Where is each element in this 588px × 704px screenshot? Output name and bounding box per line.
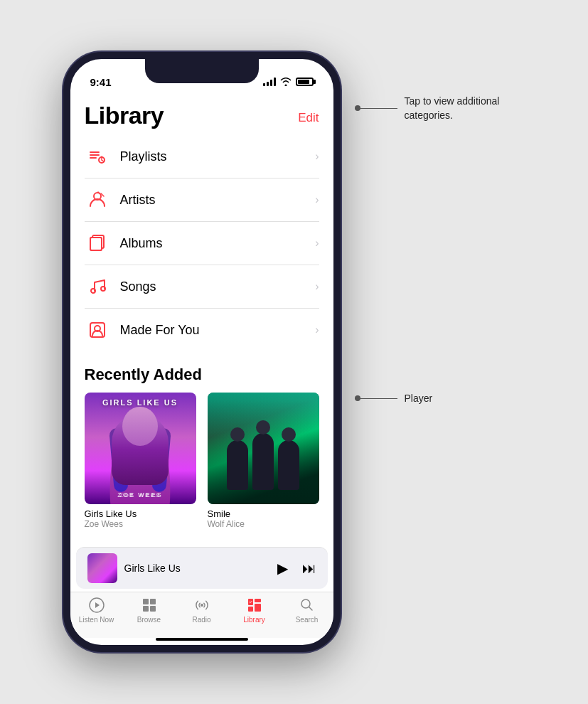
album-item-girls-like-us[interactable]: GIRLS LIKE US ZOE WEES Girls Like Us: [85, 393, 196, 529]
listen-now-icon: [88, 597, 105, 614]
songs-icon: [85, 274, 110, 299]
main-scroll[interactable]: Library Edit: [70, 95, 333, 547]
mute-button: [63, 173, 65, 198]
search-icon: [299, 597, 316, 614]
player-info: Girls Like Us: [124, 562, 270, 575]
svg-rect-16: [150, 606, 156, 612]
figures: [227, 433, 299, 504]
zoe-wees-credit: ZOE WEES: [85, 492, 196, 498]
status-time: 9:41: [90, 76, 112, 88]
edit-button[interactable]: Edit: [298, 111, 319, 129]
battery-icon: [296, 78, 314, 86]
songs-label: Songs: [120, 279, 316, 294]
wifi-icon: [280, 78, 292, 86]
album-artist-girls-like-us: Zoe Wees: [85, 519, 196, 529]
svg-rect-14: [150, 599, 156, 604]
edit-callout-text: Tap to view additional categories.: [397, 95, 525, 122]
playlists-icon: [85, 144, 110, 169]
album-art-smile: [208, 393, 319, 504]
tab-library-label: Library: [243, 616, 265, 624]
svg-rect-19: [255, 599, 261, 602]
svg-point-22: [249, 609, 251, 611]
album-grid: GIRLS LIKE US ZOE WEES Girls Like Us: [70, 393, 333, 543]
svg-rect-13: [143, 599, 149, 604]
albums-chevron: ›: [315, 237, 319, 250]
tab-radio[interactable]: Radio: [181, 597, 223, 624]
volume-up-button: [63, 208, 65, 251]
girls-like-us-album-text: GIRLS LIKE US: [85, 398, 196, 407]
tab-browse-label: Browse: [137, 616, 161, 624]
albums-icon: [85, 230, 110, 256]
artists-icon: [85, 187, 110, 213]
tab-radio-label: Radio: [192, 616, 210, 624]
made-for-you-chevron: ›: [315, 324, 319, 336]
recently-added-header: Recently Added: [70, 351, 333, 393]
library-list: Playlists › Artists ›: [70, 135, 333, 351]
tab-listen-now[interactable]: Listen Now: [75, 597, 118, 624]
annotations-panel: Tap to view additional categories. Playe…: [355, 52, 525, 404]
songs-chevron: ›: [315, 280, 319, 293]
tab-search-label: Search: [296, 616, 319, 624]
notch: [145, 59, 259, 83]
radio-icon: [193, 597, 210, 614]
svg-rect-1: [90, 154, 100, 156]
phone-content: Library Edit: [70, 95, 333, 645]
edit-annotation: Tap to view additional categories.: [355, 95, 525, 122]
player-controls: ▶ ⏭: [277, 560, 316, 577]
album-art-girls-like-us: GIRLS LIKE US ZOE WEES: [85, 393, 196, 504]
svg-rect-20: [255, 604, 261, 612]
artists-chevron: ›: [315, 193, 319, 206]
library-item-artists[interactable]: Artists ›: [85, 178, 319, 222]
library-item-albums[interactable]: Albums ›: [85, 222, 319, 265]
album-artist-smile: Wolf Alice: [208, 519, 319, 529]
made-for-you-label: Made For You: [120, 323, 316, 338]
playlists-label: Playlists: [120, 149, 316, 164]
browse-icon: [141, 597, 158, 614]
power-button: [339, 223, 341, 287]
tab-search[interactable]: Search: [286, 597, 328, 624]
svg-rect-2: [90, 157, 97, 159]
home-indicator: [156, 638, 248, 641]
playlists-chevron: ›: [315, 150, 319, 163]
library-item-made-for-you[interactable]: Made For You ›: [85, 309, 319, 351]
artists-label: Artists: [120, 193, 316, 208]
tab-bar: Listen Now Browse: [70, 592, 333, 638]
album-title-girls-like-us: Girls Like Us: [85, 508, 196, 519]
tab-library[interactable]: Library: [233, 597, 276, 624]
player-arrow-line: [355, 398, 397, 399]
edit-arrow-line: [355, 108, 397, 109]
library-icon: [246, 597, 263, 614]
tab-listen-now-label: Listen Now: [79, 616, 114, 624]
svg-point-9: [101, 287, 105, 291]
svg-rect-0: [90, 151, 100, 153]
header: Library Edit: [70, 95, 333, 135]
svg-point-23: [301, 599, 310, 608]
signal-icon: [263, 78, 276, 86]
phone-frame: 9:41: [63, 52, 341, 652]
player-annotation: Player: [355, 393, 525, 404]
svg-rect-15: [143, 606, 149, 612]
status-icons: [263, 78, 314, 86]
player-callout-text: Player: [397, 393, 433, 404]
tab-browse[interactable]: Browse: [128, 597, 171, 624]
albums-label: Albums: [120, 236, 316, 251]
player-title: Girls Like Us: [124, 562, 181, 574]
volume-down-button: [63, 262, 65, 304]
skip-button[interactable]: ⏭: [302, 560, 316, 577]
play-button[interactable]: ▶: [277, 560, 288, 577]
player-thumbnail: [87, 553, 117, 583]
svg-point-17: [201, 604, 203, 607]
player-bar[interactable]: Girls Like Us ▶ ⏭: [76, 547, 328, 589]
library-item-songs[interactable]: Songs ›: [85, 265, 319, 309]
page-title: Library: [85, 102, 164, 129]
svg-rect-7: [90, 238, 102, 250]
library-item-playlists[interactable]: Playlists ›: [85, 135, 319, 178]
album-title-smile: Smile: [208, 508, 319, 519]
svg-point-8: [91, 289, 95, 293]
made-for-you-icon: [85, 317, 110, 343]
album-item-smile[interactable]: Smile Wolf Alice: [208, 393, 319, 529]
